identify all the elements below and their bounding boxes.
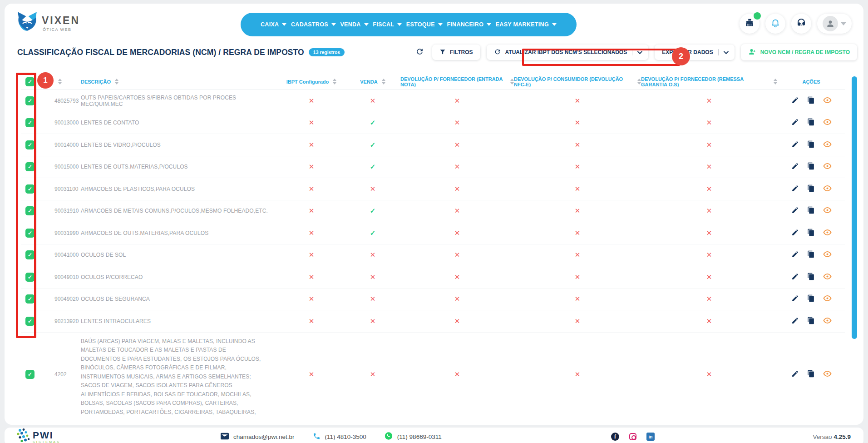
view-button[interactable]: [823, 251, 832, 259]
row-checkbox[interactable]: ✓: [25, 294, 35, 304]
pwi-logo[interactable]: PWI SISTEMAS: [16, 428, 60, 443]
view-button[interactable]: [823, 317, 832, 325]
notifications-button[interactable]: [765, 14, 785, 34]
view-button[interactable]: [823, 370, 832, 378]
row-checkbox[interactable]: ✓: [25, 250, 35, 259]
duplicate-button[interactable]: [807, 140, 815, 149]
status-ibpt: ✕: [278, 119, 345, 127]
sort-venda[interactable]: [382, 79, 385, 85]
nav-menu-item[interactable]: CADASTROS: [291, 21, 336, 28]
nav-menu-item[interactable]: ESTOQUE: [406, 21, 443, 28]
view-button[interactable]: [823, 295, 832, 303]
row-checkbox[interactable]: ✓: [25, 118, 35, 127]
status-dev-fornecedor-remessa: ✕: [641, 229, 777, 237]
ncm-description: LENTES DE VIDRO,P/OCULOS: [81, 142, 278, 148]
duplicate-button[interactable]: [807, 250, 815, 259]
sort-code[interactable]: [58, 79, 62, 85]
duplicate-button[interactable]: [807, 229, 815, 238]
status-dev-fornecedor-remessa: ✕: [641, 295, 777, 303]
duplicate-button[interactable]: [807, 370, 815, 379]
refresh-button[interactable]: [414, 45, 426, 60]
linkedin-icon[interactable]: in: [646, 433, 655, 441]
edit-button[interactable]: [791, 96, 799, 105]
edit-button[interactable]: [791, 184, 799, 194]
edit-button[interactable]: [791, 229, 799, 238]
view-button[interactable]: [823, 163, 832, 171]
select-all-checkbox[interactable]: ✓: [25, 77, 35, 86]
exportar-dados-button[interactable]: EXPORTAR DADOS: [655, 45, 734, 60]
chevron-down-icon: [552, 23, 557, 26]
sort-dev-fornecedor-remessa[interactable]: [774, 79, 777, 85]
cash-register-button[interactable]: [740, 14, 760, 34]
support-button[interactable]: [791, 14, 811, 34]
edit-button[interactable]: [791, 317, 799, 326]
eye-icon: [823, 185, 832, 193]
row-checkbox[interactable]: ✓: [25, 370, 35, 379]
table-scrollbar[interactable]: [852, 76, 857, 339]
filters-button[interactable]: FILTROS: [432, 45, 480, 60]
duplicate-button[interactable]: [807, 184, 815, 194]
row-checkbox[interactable]: ✓: [25, 96, 35, 105]
instagram-icon[interactable]: [629, 433, 636, 440]
account-menu[interactable]: [817, 14, 852, 34]
facebook-icon[interactable]: f: [611, 433, 619, 441]
edit-button[interactable]: [791, 273, 799, 282]
copy-icon: [807, 184, 815, 194]
header-ibpt: IBPT Configurado: [278, 79, 345, 85]
footer-whatsapp[interactable]: (11) 98669-0311: [385, 432, 442, 442]
edit-button[interactable]: [791, 162, 799, 171]
brand-tagline: ÓTICA WEB: [43, 27, 80, 32]
pencil-icon: [791, 118, 799, 127]
edit-button[interactable]: [791, 370, 799, 379]
duplicate-button[interactable]: [807, 294, 815, 304]
ncm-code: 90031910: [39, 208, 81, 214]
nav-menu-item[interactable]: FISCAL: [373, 21, 402, 28]
row-checkbox[interactable]: ✓: [25, 140, 35, 149]
duplicate-button[interactable]: [807, 162, 815, 171]
nav-menu-item[interactable]: FINANCEIRO: [447, 21, 491, 28]
row-checkbox[interactable]: ✓: [25, 162, 35, 171]
status-dev-fornecedor-remessa: ✕: [641, 141, 777, 149]
footer-phone[interactable]: (11) 4810-3500: [313, 432, 366, 441]
row-checkbox[interactable]: ✓: [25, 206, 35, 215]
pencil-icon: [791, 206, 799, 215]
edit-button[interactable]: [791, 250, 799, 259]
row-checkbox[interactable]: ✓: [25, 273, 35, 282]
duplicate-button[interactable]: [807, 118, 815, 127]
duplicate-button[interactable]: [807, 317, 815, 326]
view-button[interactable]: [823, 273, 832, 281]
nav-menu-item[interactable]: CAIXA: [261, 21, 286, 28]
view-button[interactable]: [823, 207, 832, 215]
status-dev-consumidor: ✕: [514, 119, 641, 127]
sort-ibpt[interactable]: [333, 79, 336, 85]
edit-button[interactable]: [791, 206, 799, 215]
view-button[interactable]: [823, 97, 832, 105]
sort-descricao[interactable]: [115, 79, 118, 85]
vixen-logo[interactable]: VIXEN ÓTICA WEB: [15, 11, 80, 34]
row-checkbox[interactable]: ✓: [25, 184, 35, 194]
table-row: ✓ 90013000 LENTES DE CONTATO ✕ ✓ ✕ ✕ ✕: [21, 112, 845, 134]
view-button[interactable]: [823, 119, 832, 127]
nav-menu-item[interactable]: EASY MARKETING: [496, 21, 557, 28]
atualizar-ibpt-button[interactable]: ATUALIZAR IBPT DOS NCM'S SELECIONADOS: [487, 45, 649, 60]
view-button[interactable]: [823, 185, 832, 193]
view-button[interactable]: [823, 141, 832, 149]
row-checkbox[interactable]: ✓: [25, 229, 35, 238]
view-button[interactable]: [823, 229, 832, 237]
table-row: ✓ 90031990 ARMACOES DE OUTS.MATERIAS,PAR…: [21, 222, 845, 244]
status-venda: ✓: [345, 207, 400, 215]
row-checkbox[interactable]: ✓: [25, 317, 35, 326]
edit-button[interactable]: [791, 294, 799, 304]
footer-email[interactable]: chamados@pwi.net.br: [221, 433, 295, 441]
bell-icon: [770, 18, 780, 30]
edit-button[interactable]: [791, 118, 799, 127]
nav-menu-item[interactable]: VENDA: [340, 21, 368, 28]
duplicate-button[interactable]: [807, 206, 815, 215]
sort-dev-consumidor[interactable]: [637, 79, 641, 85]
sort-dev-fornecedor-entrada[interactable]: [510, 79, 514, 85]
duplicate-button[interactable]: [807, 273, 815, 282]
edit-button[interactable]: [791, 140, 799, 149]
novo-ncm-button[interactable]: NOVO NCM / REGRA DE IMPOSTO: [741, 44, 857, 60]
chevron-down-icon: [331, 23, 336, 26]
duplicate-button[interactable]: [807, 96, 815, 105]
